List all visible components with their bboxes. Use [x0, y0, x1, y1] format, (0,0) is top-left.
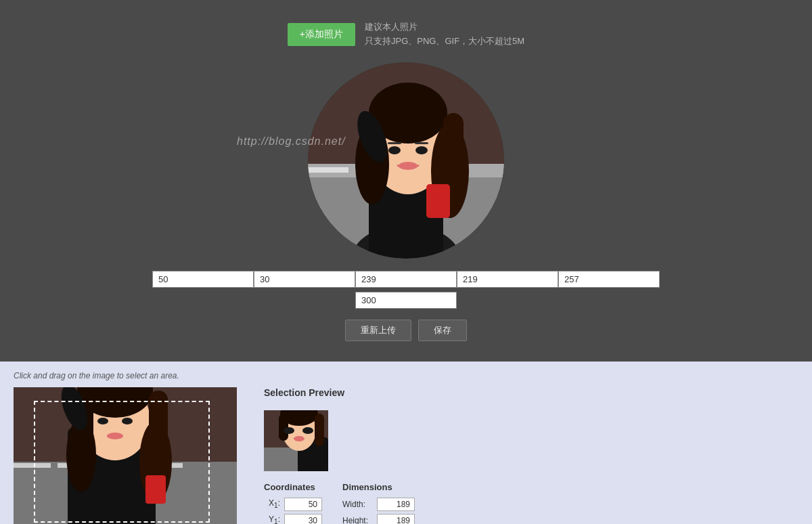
coord-input-1[interactable]	[152, 271, 254, 288]
instruction-text: Click and drag on the image to select an…	[14, 371, 798, 380]
svg-rect-38	[145, 475, 166, 504]
svg-rect-17	[388, 142, 401, 144]
hint-line2: 只支持JPG、PNG、GIF，大小不超过5M	[365, 35, 524, 49]
svg-point-49	[294, 436, 304, 441]
bottom-content: Selection Preview	[14, 387, 798, 524]
x1-row: X1:	[264, 498, 322, 511]
y1-input[interactable]	[284, 514, 322, 524]
y1-row: Y1:	[264, 514, 322, 524]
coord-input-5[interactable]	[558, 271, 660, 288]
upload-hint: 建议本人照片 只支持JPG、PNG、GIF，大小不超过5M	[365, 20, 524, 49]
selection-preview-title: Selection Preview	[264, 387, 415, 398]
right-panel: Selection Preview	[264, 387, 415, 524]
dimensions-title: Dimensions	[342, 482, 415, 492]
preview-thumbnail	[264, 410, 328, 471]
coord-input-6[interactable]	[355, 292, 457, 309]
svg-point-37	[107, 433, 123, 439]
height-label: Height:	[342, 516, 373, 524]
crop-image-box[interactable]	[14, 387, 237, 524]
coords-dims-row: Coordinates X1: Y1: X2: Y2:	[264, 482, 415, 524]
coord-inputs-row1	[152, 271, 660, 288]
svg-point-16	[415, 146, 428, 154]
add-photo-button[interactable]: +添加照片	[288, 23, 355, 46]
svg-rect-4	[308, 167, 348, 173]
action-buttons: 重新上传 保存	[345, 320, 467, 341]
width-label: Width:	[342, 500, 373, 509]
bottom-section: Click and drag on the image to select an…	[0, 362, 812, 524]
dimensions-table: Dimensions Width: Height:	[342, 482, 415, 524]
coordinates-title: Coordinates	[264, 482, 322, 492]
re-upload-button[interactable]: 重新上传	[345, 320, 411, 341]
top-section: +添加照片 建议本人照片 只支持JPG、PNG、GIF，大小不超过5M	[0, 0, 812, 362]
coordinates-table: Coordinates X1: Y1: X2: Y2:	[264, 482, 322, 524]
height-row: Height:	[342, 514, 415, 524]
svg-rect-18	[415, 142, 428, 144]
svg-rect-24	[14, 463, 51, 468]
height-input[interactable]	[377, 514, 415, 524]
x1-input[interactable]	[284, 498, 322, 511]
avatar-circle	[308, 62, 504, 259]
coord-input-3[interactable]	[355, 271, 457, 288]
hint-line1: 建议本人照片	[365, 20, 524, 35]
width-input[interactable]	[377, 498, 415, 511]
x1-label: X1:	[264, 498, 280, 509]
svg-rect-45	[279, 414, 288, 441]
svg-point-47	[284, 427, 294, 434]
y1-label: Y1:	[264, 515, 280, 524]
save-button[interactable]: 保存	[418, 320, 467, 341]
svg-point-19	[399, 162, 418, 170]
svg-rect-21	[426, 184, 450, 218]
upload-row: +添加照片 建议本人照片 只支持JPG、PNG、GIF，大小不超过5M	[288, 20, 524, 49]
svg-point-48	[302, 427, 313, 434]
svg-rect-46	[315, 414, 324, 446]
svg-point-36	[122, 418, 133, 424]
width-row: Width:	[342, 498, 415, 511]
coord-inputs-row2	[355, 292, 457, 309]
svg-point-15	[388, 146, 401, 154]
coord-input-4[interactable]	[457, 271, 558, 288]
svg-point-35	[97, 418, 108, 424]
coord-input-2[interactable]	[254, 271, 355, 288]
